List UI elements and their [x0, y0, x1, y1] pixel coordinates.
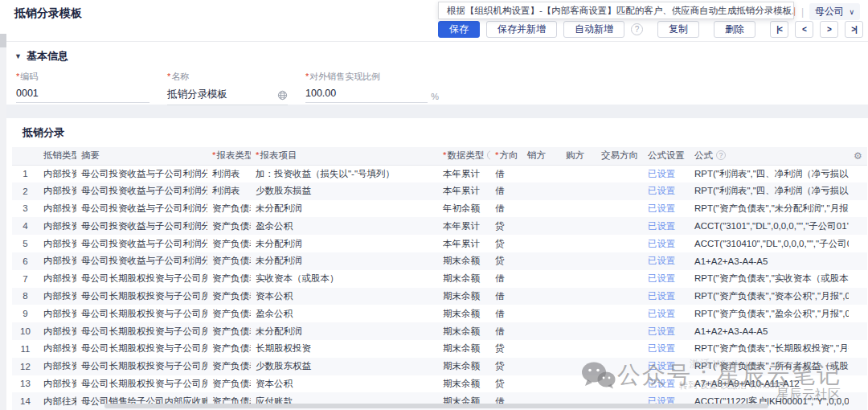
data-type-cell[interactable]: 年初余额	[438, 200, 490, 218]
direction-cell[interactable]: 借	[490, 165, 522, 182]
ratio-input[interactable]: 100.00	[305, 83, 428, 103]
report-item-cell[interactable]: 盈余公积	[251, 217, 438, 235]
report-type-cell[interactable]: 资产负债表	[207, 305, 251, 322]
seller-cell[interactable]	[522, 322, 561, 340]
report-type-cell[interactable]: 资产负债表	[207, 288, 251, 305]
report-type-cell[interactable]: 资产负债表	[207, 358, 251, 375]
column-header[interactable]: *数据类型?	[438, 147, 490, 165]
left-scrollbar[interactable]	[0, 34, 6, 410]
elimination-type-cell[interactable]: 内部投资	[39, 288, 76, 305]
column-header[interactable]: 公式设置	[643, 147, 690, 165]
last-record-button[interactable]: >|	[845, 21, 863, 38]
transaction-direction-cell[interactable]	[596, 375, 643, 393]
direction-cell[interactable]: 借	[490, 322, 522, 340]
report-item-cell[interactable]: 未分配利润	[251, 322, 438, 340]
direction-cell[interactable]: 贷	[490, 375, 522, 393]
formula-set-link[interactable]: 已设置	[648, 326, 676, 336]
summary-cell[interactable]: 母公司投资收益与子公司利润分配的抵销...	[76, 165, 207, 182]
seller-cell[interactable]	[522, 182, 561, 200]
column-header[interactable]: 购方	[561, 147, 596, 165]
report-item-cell[interactable]: 少数股东损益	[251, 182, 438, 200]
formula-cell[interactable]: RPT("资产负债表","实收资本（或股本） ","月报",0,0,"期末","…	[690, 270, 849, 288]
formula-setting-cell[interactable]: 已设置	[643, 322, 690, 340]
table-row[interactable]: 5 内部投资 母公司投资收益与子公司利润分配的抵销... 资产负债表 未分配利润…	[12, 235, 867, 252]
summary-cell[interactable]: 母公司投资收益与子公司利润分配的抵销...	[76, 252, 207, 270]
formula-set-link[interactable]: 已设置	[648, 379, 676, 388]
formula-set-link[interactable]: 已设置	[648, 343, 676, 353]
transaction-direction-cell[interactable]	[596, 288, 643, 305]
formula-setting-cell[interactable]: 已设置	[643, 235, 690, 252]
table-row[interactable]: 13 内部投资 母公司长期股权投资与子公司所有者权益... 资产负债表 资本公积…	[12, 375, 867, 393]
report-item-cell[interactable]: 未分配利润	[251, 200, 438, 218]
direction-cell[interactable]: 贷	[490, 235, 522, 252]
transaction-direction-cell[interactable]	[596, 200, 643, 218]
buyer-cell[interactable]	[561, 340, 596, 358]
column-header[interactable]	[12, 147, 39, 165]
table-row[interactable]: 4 内部投资 母公司投资收益与子公司利润分配的抵销... 资产负债表 盈余公积 …	[12, 217, 867, 235]
elimination-type-cell[interactable]: 内部投资	[39, 217, 76, 235]
prev-record-button[interactable]: <	[795, 21, 813, 38]
data-type-cell[interactable]: 本年累计	[438, 165, 490, 182]
table-row[interactable]: 2 内部投资 母公司投资收益与子公司利润分配的抵销... 利润表 少数股东损益 …	[12, 182, 867, 200]
data-type-cell[interactable]: 期末余额	[438, 340, 490, 358]
buyer-cell[interactable]	[561, 252, 596, 270]
report-type-cell[interactable]: 利润表	[207, 165, 251, 182]
elimination-type-cell[interactable]: 内部投资	[39, 252, 76, 270]
formula-cell[interactable]: A7+A8+A9+A10-A11-A12	[690, 375, 849, 393]
direction-cell[interactable]: 借	[490, 305, 522, 322]
column-header[interactable]: 摘要	[76, 147, 207, 165]
formula-setting-cell[interactable]: 已设置	[643, 340, 690, 358]
formula-set-link[interactable]: 已设置	[648, 186, 676, 195]
direction-cell[interactable]: 借	[490, 182, 522, 200]
left-scrollbar-thumb[interactable]	[0, 34, 6, 47]
formula-set-link[interactable]: 已设置	[648, 203, 676, 213]
report-type-cell[interactable]: 资产负债表	[207, 235, 251, 252]
column-header[interactable]: 抵销类型	[39, 147, 76, 165]
column-header[interactable]: 销方	[522, 147, 561, 165]
seller-cell[interactable]	[522, 270, 561, 288]
summary-cell[interactable]: 母公司长期股权投资与子公司所有者权益...	[76, 322, 207, 340]
data-type-cell[interactable]: 本年累计	[438, 182, 490, 200]
transaction-direction-cell[interactable]	[596, 358, 643, 375]
seller-cell[interactable]	[522, 235, 561, 252]
data-type-cell[interactable]: 本年累计	[438, 217, 490, 235]
elimination-type-cell[interactable]: 内部往来	[39, 392, 76, 410]
column-header[interactable]: *方向	[490, 147, 522, 165]
help-icon[interactable]: ?	[631, 23, 643, 35]
formula-setting-cell[interactable]: 已设置	[643, 182, 690, 200]
data-type-cell[interactable]: 期末余额	[438, 252, 490, 270]
direction-cell[interactable]: 贷	[490, 358, 522, 375]
collapse-icon[interactable]: ▼	[14, 52, 22, 60]
formula-set-link[interactable]: 已设置	[648, 273, 676, 283]
buyer-cell[interactable]	[561, 270, 596, 288]
report-item-cell[interactable]: 资本公积	[251, 375, 438, 393]
transaction-direction-cell[interactable]	[596, 252, 643, 270]
table-row[interactable]: 7 内部投资 母公司长期股权投资与子公司所有者权益... 资产负债表 实收资本（…	[12, 270, 867, 288]
elimination-type-cell[interactable]: 内部投资	[39, 375, 76, 393]
report-type-cell[interactable]: 资产负债表	[207, 217, 251, 235]
formula-cell[interactable]: ACCT("3101","DL",0,0,0,"","子公司01")	[690, 217, 849, 235]
formula-setting-cell[interactable]: 已设置	[643, 165, 690, 182]
formula-set-link[interactable]: 已设置	[648, 169, 676, 178]
formula-cell[interactable]: RPT("资产负债表","资本公积","月报",0,0,"期末","子公司01"…	[690, 288, 849, 305]
report-item-cell[interactable]: 未分配利润	[251, 252, 438, 270]
summary-cell[interactable]: 母公司投资收益与子公司利润分配的抵销...	[76, 235, 207, 252]
formula-cell[interactable]: RPT("资产负债表","未分配利润","月报",0,0,"年初","子公司01…	[690, 200, 849, 218]
formula-cell[interactable]: A1+A2+A3-A4-A5	[690, 252, 849, 270]
report-item-cell[interactable]: 少数股东权益	[251, 358, 438, 375]
table-row[interactable]: 8 内部投资 母公司长期股权投资与子公司所有者权益... 资产负债表 资本公积 …	[12, 288, 867, 305]
report-type-cell[interactable]: 资产负债表	[207, 252, 251, 270]
buyer-cell[interactable]	[561, 358, 596, 375]
summary-cell[interactable]: 母公司投资收益与子公司利润分配的抵销...	[76, 182, 207, 200]
buyer-cell[interactable]	[561, 165, 596, 182]
direction-cell[interactable]: 借	[490, 270, 522, 288]
table-row[interactable]: 10 内部投资 母公司长期股权投资与子公司所有者权益... 资产负债表 未分配利…	[12, 322, 867, 340]
direction-cell[interactable]: 贷	[490, 252, 522, 270]
buyer-cell[interactable]	[561, 182, 596, 200]
buyer-cell[interactable]	[561, 288, 596, 305]
elimination-type-cell[interactable]: 内部投资	[39, 182, 76, 200]
buyer-cell[interactable]	[561, 305, 596, 322]
formula-set-link[interactable]: 已设置	[648, 361, 676, 371]
multilang-globe-icon[interactable]	[277, 90, 288, 100]
formula-set-link[interactable]: 已设置	[648, 221, 676, 231]
